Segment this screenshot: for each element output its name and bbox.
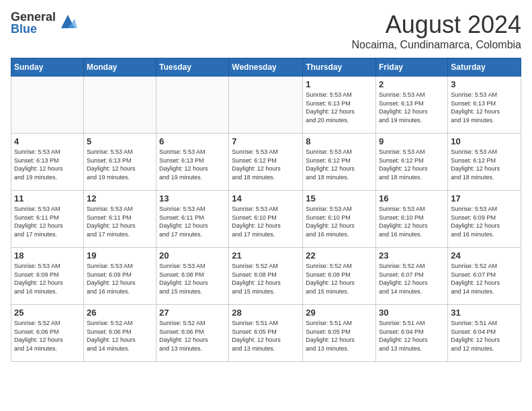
calendar-day-cell: 22Sunrise: 5:52 AM Sunset: 6:08 PM Dayli… <box>303 248 376 305</box>
calendar-day-cell <box>11 77 84 134</box>
page-title: August 2024 <box>351 11 521 39</box>
day-info: Sunrise: 5:53 AM Sunset: 6:13 PM Dayligh… <box>159 148 226 181</box>
calendar-day-cell: 15Sunrise: 5:53 AM Sunset: 6:10 PM Dayli… <box>303 191 376 248</box>
calendar-day-cell: 20Sunrise: 5:53 AM Sunset: 6:08 PM Dayli… <box>157 248 229 305</box>
calendar-day-cell: 11Sunrise: 5:53 AM Sunset: 6:11 PM Dayli… <box>11 191 84 248</box>
day-info: Sunrise: 5:53 AM Sunset: 6:10 PM Dayligh… <box>232 205 300 238</box>
calendar-day-header: Sunday <box>11 58 84 77</box>
day-info: Sunrise: 5:53 AM Sunset: 6:12 PM Dayligh… <box>379 148 445 181</box>
day-info: Sunrise: 5:52 AM Sunset: 6:08 PM Dayligh… <box>306 262 373 295</box>
calendar-day-header: Friday <box>376 58 448 77</box>
day-info: Sunrise: 5:53 AM Sunset: 6:13 PM Dayligh… <box>451 91 518 124</box>
calendar-week-row: 18Sunrise: 5:53 AM Sunset: 6:09 PM Dayli… <box>11 248 521 305</box>
day-number: 21 <box>232 250 300 261</box>
day-info: Sunrise: 5:51 AM Sunset: 6:04 PM Dayligh… <box>379 319 445 353</box>
day-info: Sunrise: 5:51 AM Sunset: 6:04 PM Dayligh… <box>451 319 518 353</box>
day-info: Sunrise: 5:52 AM Sunset: 6:06 PM Dayligh… <box>87 319 153 353</box>
day-info: Sunrise: 5:53 AM Sunset: 6:11 PM Dayligh… <box>14 205 81 238</box>
day-number: 15 <box>306 193 373 203</box>
day-info: Sunrise: 5:53 AM Sunset: 6:11 PM Dayligh… <box>87 205 153 238</box>
day-number: 18 <box>14 250 81 261</box>
calendar-day-cell <box>229 77 303 134</box>
calendar-day-cell: 4Sunrise: 5:53 AM Sunset: 6:13 PM Daylig… <box>11 134 84 191</box>
calendar-day-cell <box>157 77 229 134</box>
calendar-day-cell: 27Sunrise: 5:52 AM Sunset: 6:06 PM Dayli… <box>157 305 229 362</box>
calendar-week-row: 11Sunrise: 5:53 AM Sunset: 6:11 PM Dayli… <box>11 191 521 248</box>
day-info: Sunrise: 5:53 AM Sunset: 6:09 PM Dayligh… <box>14 262 81 295</box>
day-number: 17 <box>451 193 518 203</box>
calendar-day-cell: 24Sunrise: 5:52 AM Sunset: 6:07 PM Dayli… <box>448 248 521 305</box>
calendar-day-cell: 3Sunrise: 5:53 AM Sunset: 6:13 PM Daylig… <box>448 77 521 134</box>
calendar-day-header: Saturday <box>448 58 521 77</box>
calendar-day-cell: 26Sunrise: 5:52 AM Sunset: 6:06 PM Dayli… <box>83 305 156 362</box>
calendar-day-cell: 14Sunrise: 5:53 AM Sunset: 6:10 PM Dayli… <box>229 191 303 248</box>
calendar-day-cell: 18Sunrise: 5:53 AM Sunset: 6:09 PM Dayli… <box>11 248 84 305</box>
calendar-day-cell: 25Sunrise: 5:52 AM Sunset: 6:06 PM Dayli… <box>11 305 84 362</box>
calendar-day-cell: 28Sunrise: 5:51 AM Sunset: 6:05 PM Dayli… <box>229 305 303 362</box>
day-number: 24 <box>451 250 518 261</box>
day-number: 6 <box>159 136 226 146</box>
calendar-day-cell: 17Sunrise: 5:53 AM Sunset: 6:09 PM Dayli… <box>448 191 521 248</box>
day-info: Sunrise: 5:53 AM Sunset: 6:11 PM Dayligh… <box>159 205 226 238</box>
day-number: 1 <box>306 79 373 89</box>
day-number: 23 <box>379 250 445 261</box>
day-number: 12 <box>87 193 153 203</box>
day-info: Sunrise: 5:52 AM Sunset: 6:07 PM Dayligh… <box>451 262 518 295</box>
day-number: 29 <box>306 308 373 318</box>
calendar-day-cell: 8Sunrise: 5:53 AM Sunset: 6:12 PM Daylig… <box>303 134 376 191</box>
day-info: Sunrise: 5:53 AM Sunset: 6:13 PM Dayligh… <box>87 148 153 181</box>
day-info: Sunrise: 5:53 AM Sunset: 6:13 PM Dayligh… <box>14 148 81 181</box>
calendar-day-header: Tuesday <box>157 58 229 77</box>
calendar-day-cell: 19Sunrise: 5:53 AM Sunset: 6:09 PM Dayli… <box>83 248 156 305</box>
day-number: 10 <box>451 136 518 146</box>
calendar-day-cell: 21Sunrise: 5:52 AM Sunset: 6:08 PM Dayli… <box>229 248 303 305</box>
logo-icon <box>58 12 77 31</box>
calendar-day-cell: 1Sunrise: 5:53 AM Sunset: 6:13 PM Daylig… <box>303 77 376 134</box>
calendar-day-cell: 13Sunrise: 5:53 AM Sunset: 6:11 PM Dayli… <box>157 191 229 248</box>
day-info: Sunrise: 5:53 AM Sunset: 6:10 PM Dayligh… <box>379 205 445 238</box>
calendar-day-cell: 29Sunrise: 5:51 AM Sunset: 6:05 PM Dayli… <box>303 305 376 362</box>
day-number: 26 <box>87 308 153 318</box>
day-number: 14 <box>232 193 300 203</box>
calendar-day-cell: 9Sunrise: 5:53 AM Sunset: 6:12 PM Daylig… <box>376 134 448 191</box>
calendar-day-cell: 12Sunrise: 5:53 AM Sunset: 6:11 PM Dayli… <box>83 191 156 248</box>
page-header: General Blue August 2024 Nocaima, Cundin… <box>11 11 521 51</box>
day-number: 22 <box>306 250 373 261</box>
day-number: 16 <box>379 193 445 203</box>
logo-general-text: General <box>11 11 56 23</box>
day-info: Sunrise: 5:53 AM Sunset: 6:13 PM Dayligh… <box>306 91 373 124</box>
day-info: Sunrise: 5:53 AM Sunset: 6:08 PM Dayligh… <box>159 262 226 295</box>
calendar-day-cell: 16Sunrise: 5:53 AM Sunset: 6:10 PM Dayli… <box>376 191 448 248</box>
calendar-day-header: Wednesday <box>229 58 303 77</box>
calendar-day-cell: 2Sunrise: 5:53 AM Sunset: 6:13 PM Daylig… <box>376 77 448 134</box>
day-number: 13 <box>159 193 226 203</box>
day-number: 11 <box>14 193 81 203</box>
calendar-day-cell: 6Sunrise: 5:53 AM Sunset: 6:13 PM Daylig… <box>157 134 229 191</box>
day-info: Sunrise: 5:52 AM Sunset: 6:07 PM Dayligh… <box>379 262 445 295</box>
day-number: 5 <box>87 136 153 146</box>
title-section: August 2024 Nocaima, Cundinamarca, Colom… <box>351 11 521 51</box>
day-number: 25 <box>14 308 81 318</box>
day-info: Sunrise: 5:53 AM Sunset: 6:10 PM Dayligh… <box>306 205 373 238</box>
calendar-day-cell: 7Sunrise: 5:53 AM Sunset: 6:12 PM Daylig… <box>229 134 303 191</box>
calendar-day-cell: 31Sunrise: 5:51 AM Sunset: 6:04 PM Dayli… <box>448 305 521 362</box>
day-info: Sunrise: 5:53 AM Sunset: 6:09 PM Dayligh… <box>87 262 153 295</box>
day-number: 3 <box>451 79 518 89</box>
day-info: Sunrise: 5:51 AM Sunset: 6:05 PM Dayligh… <box>232 319 300 353</box>
calendar-day-cell: 23Sunrise: 5:52 AM Sunset: 6:07 PM Dayli… <box>376 248 448 305</box>
day-number: 2 <box>379 79 445 89</box>
day-info: Sunrise: 5:53 AM Sunset: 6:12 PM Dayligh… <box>232 148 300 181</box>
logo-blue-text: Blue <box>11 23 56 35</box>
day-info: Sunrise: 5:53 AM Sunset: 6:12 PM Dayligh… <box>451 148 518 181</box>
day-number: 9 <box>379 136 445 146</box>
day-number: 7 <box>232 136 300 146</box>
day-info: Sunrise: 5:52 AM Sunset: 6:06 PM Dayligh… <box>14 319 81 353</box>
day-info: Sunrise: 5:52 AM Sunset: 6:06 PM Dayligh… <box>159 319 226 353</box>
calendar-day-header: Monday <box>83 58 156 77</box>
page-subtitle: Nocaima, Cundinamarca, Colombia <box>351 39 521 51</box>
day-info: Sunrise: 5:52 AM Sunset: 6:08 PM Dayligh… <box>232 262 300 295</box>
day-info: Sunrise: 5:53 AM Sunset: 6:13 PM Dayligh… <box>379 91 445 124</box>
calendar-day-cell: 30Sunrise: 5:51 AM Sunset: 6:04 PM Dayli… <box>376 305 448 362</box>
calendar-day-cell: 5Sunrise: 5:53 AM Sunset: 6:13 PM Daylig… <box>83 134 156 191</box>
calendar-day-header: Thursday <box>303 58 376 77</box>
